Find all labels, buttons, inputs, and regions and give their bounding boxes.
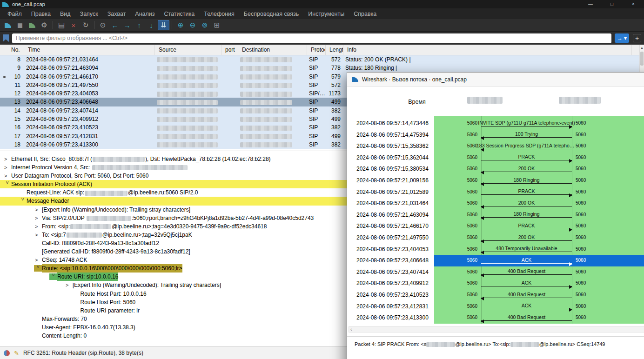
flow-message-band[interactable]: 5060ACK5060 [434, 255, 644, 266]
column-header-dest[interactable]: Destination [238, 45, 307, 55]
expand-chevron-icon[interactable]: > [35, 256, 41, 264]
hscroll-left-icon[interactable]: ‹ [350, 326, 352, 332]
zoom-in-icon[interactable]: ⊕ [175, 20, 187, 30]
column-header-source[interactable]: Source [155, 45, 221, 55]
flow-message-band[interactable]: 5060PRACK5060 [434, 152, 644, 164]
expand-chevron-icon[interactable]: > [35, 206, 41, 214]
menu-item-edit[interactable]: Правка [27, 9, 55, 19]
expand-chevron-icon[interactable]: > [35, 231, 41, 239]
expand-chevron-icon[interactable]: > [35, 222, 41, 231]
reload-file-icon[interactable]: ↻ [80, 20, 92, 30]
collapse-chevron-icon[interactable]: > [19, 198, 27, 205]
expand-chevron-icon[interactable]: > [4, 155, 11, 163]
flow-message-band[interactable]: 5060180 Ringing5060 [434, 175, 644, 186]
column-header-no[interactable]: No. [0, 45, 24, 55]
flow-row[interactable]: 2024-08-06 09:57:15,3805345060200 OK5060 [347, 163, 644, 175]
go-last-packet-icon[interactable]: ↓ [146, 20, 157, 30]
close-file-icon[interactable]: × [68, 20, 80, 30]
flow-horizontal-scrollbar[interactable]: ‹ [349, 326, 644, 332]
flow-message-band[interactable]: 5060200 OK5060 [434, 232, 644, 244]
minimize-button[interactable]: — [580, 0, 601, 8]
zoom-100-icon[interactable]: ⊚ [199, 20, 211, 30]
capture-comment-icon[interactable]: ✎ [14, 350, 19, 357]
flow-row[interactable]: 2024-08-06 09:57:21,0314645060200 OK5060 [347, 198, 644, 209]
flow-row[interactable]: 2024-08-06 09:57:23,4133005060400 Bad Re… [347, 312, 644, 324]
find-packet-icon[interactable]: ⊙ [97, 20, 109, 30]
display-filter-input[interactable]: Примените фильтр отображения ... <Ctrl-/… [12, 33, 611, 43]
zoom-out-icon[interactable]: ⊖ [187, 20, 199, 30]
flow-window-title-bar[interactable]: Wireshark · Вызов потока · one_call.pcap [347, 73, 644, 86]
flow-row[interactable]: 2024-08-06 09:57:21,4975505060200 OK5060 [347, 232, 644, 244]
menu-item-telephony[interactable]: Телефония [199, 9, 239, 19]
collapse-chevron-icon[interactable]: > [3, 181, 12, 187]
menu-item-file[interactable]: Файл [3, 9, 27, 19]
flow-message-band[interactable]: 5060ACK5060 [434, 278, 644, 289]
flow-message-band[interactable]: 5060400 Bad Request5060 [434, 312, 644, 324]
stop-capture-icon[interactable]: ◼ [14, 20, 26, 30]
flow-row[interactable]: 2024-08-06 09:57:23,4074145060400 Bad Re… [347, 266, 644, 278]
start-capture-icon[interactable] [2, 20, 14, 30]
add-filter-button[interactable]: + [633, 34, 641, 42]
flow-row[interactable]: 2024-08-06 09:57:23,4128315060ACK5060 [347, 301, 644, 312]
close-button[interactable]: × [623, 0, 644, 8]
scrollbar-thumb[interactable] [640, 52, 644, 66]
flow-message-band[interactable]: 5060100 Trying5060 [434, 129, 644, 141]
go-forward-icon[interactable]: → [121, 20, 133, 30]
flow-message-band[interactable]: 5060INVITE SDP (g711U g711A telephone-ev… [434, 118, 644, 129]
flow-row[interactable]: 2024-08-06 09:57:15,3583625060183 Sessio… [347, 140, 644, 152]
column-header-port[interactable]: port [221, 45, 238, 55]
flow-message-band[interactable]: 5060PRACK5060 [434, 220, 644, 232]
flow-message-band[interactable]: 5060400 Bad Request5060 [434, 266, 644, 278]
column-header-proto[interactable]: Protoc [307, 45, 326, 55]
restart-capture-icon[interactable] [27, 20, 38, 30]
flow-row[interactable]: 2024-08-06 09:57:15,3620445060PRACK5060 [347, 152, 644, 164]
flow-row[interactable]: 2024-08-06 09:57:23,4040535060480 Tempor… [347, 244, 644, 255]
flow-row[interactable]: 2024-08-06 09:57:21,4661705060PRACK5060 [347, 220, 644, 232]
packet-row[interactable]: 92024-08-06 09:57:21,463094SIP778Status:… [0, 64, 639, 72]
menu-item-wireless[interactable]: Беспроводная связь [239, 9, 303, 19]
menu-item-go[interactable]: Запуск [75, 9, 103, 19]
flow-row[interactable]: 2024-08-06 09:57:14,4753945060100 Trying… [347, 129, 644, 141]
filter-bookmark-icon[interactable] [3, 34, 9, 42]
expert-info-icon[interactable] [4, 350, 10, 356]
flow-row[interactable]: 2024-08-06 09:57:23,4099125060ACK5060 [347, 278, 644, 289]
open-file-icon[interactable]: ▤ [56, 20, 67, 30]
apply-filter-button[interactable]: → ▾ [615, 33, 629, 43]
auto-scroll-icon[interactable]: ⇊ [158, 20, 169, 30]
flow-row[interactable]: 2024-08-06 09:57:23,4105235060400 Bad Re… [347, 289, 644, 301]
menu-item-help[interactable]: Справка [349, 9, 381, 19]
menu-item-capture[interactable]: Захват [103, 9, 131, 19]
menu-item-tools[interactable]: Инструменты [303, 9, 349, 19]
expand-chevron-icon[interactable]: > [35, 214, 41, 222]
expand-chevron-icon[interactable]: > [4, 163, 11, 172]
menu-item-view[interactable]: Вид [55, 9, 75, 19]
expand-chevron-icon[interactable]: > [4, 172, 11, 180]
menu-item-statistics[interactable]: Статистика [160, 9, 200, 19]
column-header-len[interactable]: Lengt [326, 45, 343, 55]
go-first-packet-icon[interactable]: ↑ [134, 20, 145, 30]
flow-row[interactable]: 2024-08-06 09:57:21,0125895060PRACK5060 [347, 186, 644, 198]
flow-message-band[interactable]: 5060200 OK5060 [434, 198, 644, 209]
scrollbar-up-icon[interactable]: ▲ [640, 45, 644, 51]
flow-message-band[interactable]: 5060ACK5060 [434, 301, 644, 312]
packet-row[interactable]: 82024-08-06 09:57:21,031464SIP572Status:… [0, 55, 639, 64]
column-header-time[interactable]: Time [24, 45, 155, 55]
flow-row[interactable]: 2024-08-06 09:57:21,4630945060180 Ringin… [347, 209, 644, 221]
column-header-info[interactable]: Info [343, 45, 632, 55]
menu-item-analyze[interactable]: Анализ [130, 9, 159, 19]
collapse-chevron-icon[interactable]: > [49, 273, 58, 280]
maximize-button[interactable]: □ [601, 0, 623, 8]
resize-columns-icon[interactable]: ⊞ [211, 20, 223, 30]
flow-message-band[interactable]: 5060480 Temporarily Unavailable5060 [434, 244, 644, 255]
expand-chevron-icon[interactable]: > [66, 281, 72, 289]
flow-message-band[interactable]: 5060PRACK5060 [434, 186, 644, 198]
collapse-chevron-icon[interactable]: > [34, 265, 42, 272]
flow-row[interactable]: 2024-08-06 09:57:14,4734465060INVITE SDP… [347, 118, 644, 129]
flow-message-band[interactable]: 5060180 Ringing5060 [434, 209, 644, 221]
flow-row[interactable]: 2024-08-06 09:57:23,4066485060ACK5060 [347, 255, 644, 266]
go-back-icon[interactable]: ← [109, 20, 121, 30]
flow-message-band[interactable]: 5060200 OK5060 [434, 163, 644, 175]
flow-row[interactable]: 2024-08-06 09:57:21,0091565060180 Ringin… [347, 175, 644, 186]
flow-message-band[interactable]: 5060400 Bad Request5060 [434, 289, 644, 301]
capture-options-icon[interactable]: ⚙ [39, 20, 50, 30]
